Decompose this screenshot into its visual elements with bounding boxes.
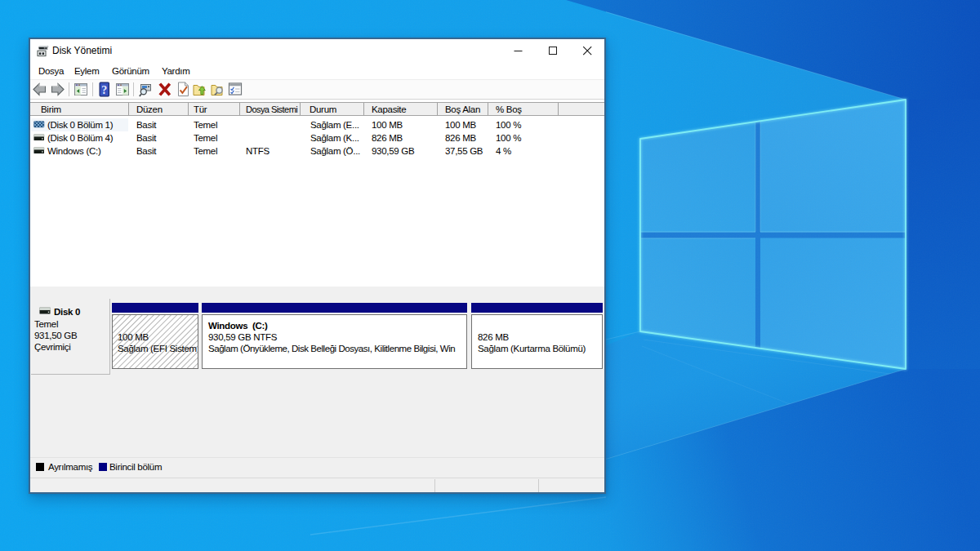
svg-text:?: ? bbox=[101, 84, 107, 96]
